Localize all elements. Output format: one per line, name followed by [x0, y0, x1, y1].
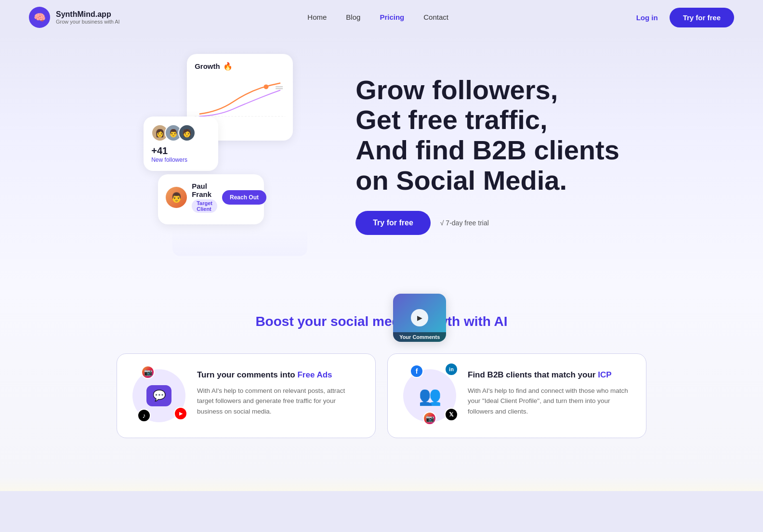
hero-cta-row: Try for free √ 7-day free trial [355, 211, 619, 235]
client-avatar: 👨 [166, 187, 187, 208]
logo-icon: 🧠 [29, 7, 50, 28]
hero-heading-line3: And find B2B clients [355, 135, 619, 165]
hero-heading: Grow followers, Get free traffic, And fi… [355, 75, 619, 196]
facebook-icon: f [410, 364, 423, 378]
brand-text: SynthMind.app Grow your business with AI [56, 10, 120, 25]
reach-out-button[interactable]: Reach Out [222, 190, 266, 205]
nav-item-blog[interactable]: Blog [346, 13, 360, 22]
flame-icon: 🔥 [223, 62, 233, 71]
svg-point-1 [264, 84, 269, 89]
instagram-icon-1: 📷 [141, 365, 155, 379]
trial-note: √ 7-day free trial [440, 219, 489, 227]
client-row: 👨 Paul Frank Target Client Reach Out [166, 182, 256, 213]
try-free-button-hero[interactable]: Try for free [355, 211, 431, 235]
linkedin-icon: in [445, 363, 458, 376]
feature-text-b2b: Find B2B clients that match your ICP Wit… [468, 369, 631, 417]
feature-desc-comments: With AI's help to comment on relevant po… [197, 386, 360, 417]
feature-title-b2b: Find B2B clients that match your ICP [468, 369, 631, 381]
navbar: 🧠 SynthMind.app Grow your business with … [0, 0, 763, 35]
blur-hint [172, 227, 307, 256]
hero-ui-mockup: Growth 🔥 👩 👨 🧑 [144, 54, 327, 256]
comments-card: ▶ Your Comments [268, 173, 322, 222]
followers-count: +41 [151, 145, 210, 156]
brand-tagline: Grow your business with AI [56, 19, 120, 25]
hero-text: Grow followers, Get free traffic, And fi… [355, 75, 619, 235]
x-twitter-icon: 𝕏 [445, 408, 458, 421]
feature-card-b2b: 👥 f in 𝕏 📷 Find B2B clients that match y… [387, 353, 646, 438]
client-tag-wrapper: Target Client [192, 199, 217, 213]
instagram-icon-2: 📷 [423, 412, 436, 425]
try-free-button-nav[interactable]: Try for free [670, 8, 734, 27]
play-button-icon: ▶ [411, 309, 428, 326]
followers-label: New followers [151, 156, 210, 163]
features-section: Boost your social media growth with AI 💬… [0, 285, 763, 477]
feature-desc-b2b: With AI's help to find and connect with … [468, 386, 631, 417]
hero-section: Growth 🔥 👩 👨 🧑 [0, 35, 763, 285]
brand: 🧠 SynthMind.app Grow your business with … [29, 7, 120, 28]
comments-label: Your Comments [393, 332, 446, 342]
feature-text-comments: Turn your comments into Free Ads With AI… [197, 369, 360, 417]
nav-item-home[interactable]: Home [307, 13, 327, 22]
growth-label: Growth [195, 62, 220, 70]
features-grid: 💬 📷 ▶ ♪ Turn your comments into Free Ads… [117, 353, 646, 438]
nav-item-contact[interactable]: Contact [423, 13, 448, 22]
hero-heading-line4: on Social Media. [355, 165, 567, 195]
nav-links: Home Blog Pricing Contact [307, 13, 448, 22]
tiktok-icon: ♪ [137, 409, 151, 422]
bottom-fade [0, 477, 763, 491]
hero-heading-line2: Get free traffic, [355, 104, 547, 135]
nav-item-pricing[interactable]: Pricing [380, 13, 404, 22]
client-card: 👨 Paul Frank Target Client Reach Out [158, 174, 264, 224]
feature-card-comments: 💬 📷 ▶ ♪ Turn your comments into Free Ads… [117, 353, 376, 438]
client-name: Paul Frank [192, 182, 217, 198]
followers-card: 👩 👨 🧑 +41 New followers [144, 117, 218, 171]
youtube-icon: ▶ [174, 407, 187, 420]
brand-name: SynthMind.app [56, 10, 120, 19]
avatars-row: 👩 👨 🧑 [151, 124, 210, 142]
nav-right: Log in Try for free [636, 8, 734, 27]
feature-title-comments: Turn your comments into Free Ads [197, 369, 360, 381]
growth-card-title: Growth 🔥 [195, 62, 285, 71]
feature-icon-b2b: 👥 f in 𝕏 📷 [403, 369, 456, 422]
client-info: Paul Frank Target Client [192, 182, 217, 213]
features-heading: Boost your social media growth with AI [39, 314, 724, 329]
login-button[interactable]: Log in [636, 13, 658, 22]
hero-heading-line1: Grow followers, [355, 75, 558, 105]
client-tag: Target Client [192, 199, 217, 213]
comments-thumbnail: ▶ Your Comments [393, 294, 446, 342]
feature-icon-comments: 💬 📷 ▶ ♪ [132, 369, 185, 422]
avatar-3: 🧑 [178, 124, 196, 142]
features-heading-highlight: with AI [464, 314, 508, 329]
